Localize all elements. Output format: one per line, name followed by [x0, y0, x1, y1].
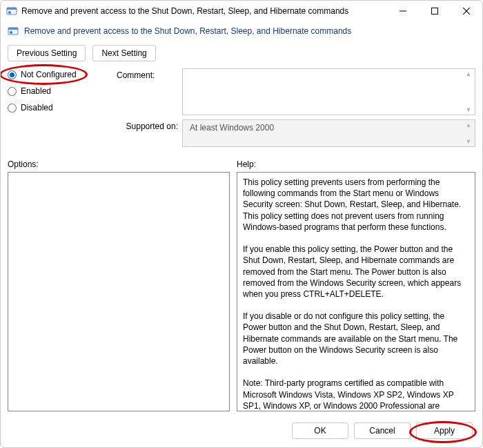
svg-line-6 [463, 8, 470, 14]
state-radio-group: Not Configured Enabled Disabled [8, 68, 104, 151]
policy-header: Remove and prevent access to the Shut Do… [1, 21, 482, 42]
radio-icon [8, 70, 17, 79]
svg-point-9 [10, 31, 12, 34]
fields: Comment: ▲ ▼ Supported on: At least Wind… [117, 68, 475, 151]
help-text: This policy setting prevents users from … [243, 177, 463, 411]
comment-scrollbar[interactable]: ▲ ▼ [464, 70, 473, 113]
comment-label: Comment: [117, 68, 182, 115]
radio-label: Not Configured [21, 70, 77, 79]
supported-scrollbar[interactable]: ▲ ▼ [464, 121, 473, 145]
radio-icon [8, 104, 17, 113]
nav-row: Previous Setting Next Setting [1, 42, 482, 68]
supported-value: At least Windows 2000 [190, 123, 274, 133]
svg-rect-8 [8, 28, 18, 30]
panes: This policy setting prevents users from … [1, 172, 482, 417]
footer: OK Cancel Apply [1, 417, 482, 447]
close-button[interactable] [451, 1, 482, 21]
radio-label: Disabled [21, 103, 53, 113]
supported-on-field: At least Windows 2000 ▲ ▼ [182, 119, 475, 147]
config-area: Not Configured Enabled Disabled Comment:… [1, 68, 482, 153]
options-pane[interactable] [8, 172, 230, 411]
policy-icon [8, 26, 19, 37]
minimize-button[interactable] [387, 1, 419, 21]
radio-disabled[interactable]: Disabled [8, 103, 104, 113]
radio-not-configured[interactable]: Not Configured [8, 70, 104, 79]
comment-input[interactable]: ▲ ▼ [182, 68, 475, 115]
svg-point-2 [8, 11, 11, 14]
supported-label: Supported on: [117, 119, 182, 147]
window-controls [387, 1, 482, 21]
window-title: Remove and prevent access to the Shut Do… [21, 6, 387, 16]
ok-button[interactable]: OK [292, 422, 348, 439]
pane-labels: Options: Help: [1, 153, 482, 172]
policy-title: Remove and prevent access to the Shut Do… [24, 26, 351, 36]
radio-enabled[interactable]: Enabled [8, 86, 104, 96]
options-label: Options: [8, 159, 230, 169]
titlebar: Remove and prevent access to the Shut Do… [1, 1, 482, 21]
svg-rect-1 [7, 8, 17, 10]
scroll-down-icon: ▼ [466, 138, 472, 145]
help-label: Help: [237, 159, 256, 169]
svg-rect-4 [432, 8, 438, 14]
policy-icon [6, 6, 17, 17]
scroll-up-icon: ▲ [466, 121, 472, 128]
radio-label: Enabled [21, 86, 51, 96]
help-pane[interactable]: This policy setting prevents users from … [237, 172, 475, 411]
scroll-down-icon: ▼ [466, 106, 472, 113]
maximize-button[interactable] [419, 1, 451, 21]
svg-line-5 [463, 8, 470, 14]
scroll-up-icon: ▲ [466, 70, 472, 77]
radio-icon [8, 87, 17, 96]
apply-button[interactable]: Apply [416, 422, 473, 439]
next-setting-button[interactable]: Next Setting [92, 45, 155, 61]
cancel-button[interactable]: Cancel [354, 422, 411, 439]
previous-setting-button[interactable]: Previous Setting [8, 45, 86, 61]
